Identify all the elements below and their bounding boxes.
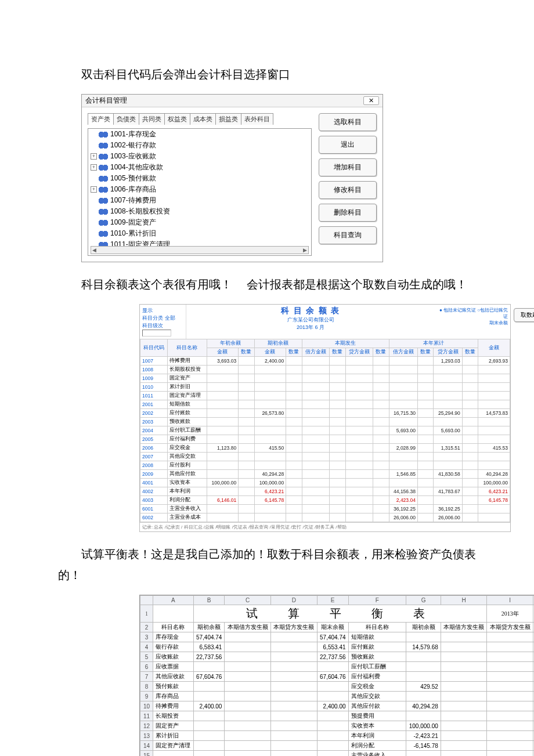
butterfly-icon bbox=[99, 153, 108, 160]
table-row[interactable]: 2009其他应付款40,294.281,546.8541,830.5840,29… bbox=[140, 470, 510, 479]
column-header: 本期贷方发生额 bbox=[487, 623, 533, 632]
table-row[interactable]: 4002本年利润6,423.2144,156.3841,783.676,423.… bbox=[140, 487, 510, 496]
expand-icon[interactable]: + bbox=[91, 153, 97, 160]
table-row[interactable]: 2003预收账款 bbox=[140, 418, 510, 426]
tree-item[interactable]: 1008-长期股权投资 bbox=[88, 206, 311, 217]
table-row[interactable]: 6应收票据应付职工薪酬 bbox=[140, 662, 535, 672]
table-row[interactable]: 2002应付账款26,573.8016,715.3025,294.9014,57… bbox=[140, 409, 510, 418]
tree-item-label: 1007-待摊费用 bbox=[110, 196, 156, 205]
dialog-action-button[interactable]: 修改科目 bbox=[319, 181, 377, 199]
dialog-action-button[interactable]: 退出 bbox=[319, 136, 377, 154]
table-row[interactable]: 1009固定资产 bbox=[140, 374, 510, 383]
col-header[interactable]: C bbox=[225, 596, 271, 605]
account-tree[interactable]: 1001-库存现金1002-银行存款+1003-应收账款+1004-其他应收款1… bbox=[88, 128, 312, 256]
tree-item[interactable]: 1009-固定资产 bbox=[88, 217, 311, 228]
category-tab[interactable]: 表外科目 bbox=[241, 113, 273, 125]
table-row[interactable]: 15主营业务收入 bbox=[140, 751, 535, 757]
dialog-action-button[interactable]: 科目查询 bbox=[319, 226, 377, 244]
tree-item[interactable]: +1003-应收账款 bbox=[88, 151, 311, 162]
butterfly-icon bbox=[99, 175, 108, 182]
table-row[interactable]: 2004应付职工薪酬5,693.005,693.00 bbox=[140, 426, 510, 435]
trial-balance-title: 试 算 平 衡 表 bbox=[193, 605, 487, 623]
dialog-action-button[interactable]: 增加科目 bbox=[319, 158, 377, 176]
table-row[interactable]: 3库存现金57,404.7457,404.74短期借款 bbox=[140, 632, 535, 642]
table-row[interactable]: 1007待摊费用3,693.032,400.001,293.032,693.93 bbox=[140, 357, 510, 366]
tree-item[interactable]: 1001-库存现金 bbox=[88, 129, 311, 140]
balance-title: 科 目 余 额 表 bbox=[186, 306, 435, 316]
table-row[interactable]: 8预付账款应交税金429.52429.52 bbox=[140, 682, 535, 692]
filter-option[interactable]: ● 包括未记账凭证 ○包括已结账凭证 bbox=[437, 307, 508, 320]
col-header[interactable]: H bbox=[441, 596, 487, 605]
table-row[interactable]: 4银行存款6,583.416,553.41应付账款14,579.6814,579… bbox=[140, 642, 535, 652]
year-label: 2013年 bbox=[487, 605, 533, 623]
tree-item-label: 1005-预付账款 bbox=[110, 173, 156, 183]
balance-date: 2013年 6 月 bbox=[186, 324, 435, 331]
table-row[interactable]: 9库存商品其他应交款 bbox=[140, 692, 535, 701]
category-tab[interactable]: 共同类 bbox=[139, 113, 165, 125]
category-tab[interactable]: 负债类 bbox=[113, 113, 139, 125]
tree-item[interactable]: 1007-待摊费用 bbox=[88, 195, 311, 206]
dialog-action-button[interactable]: 删除科目 bbox=[319, 204, 377, 222]
table-row[interactable]: 7其他应收款67,604.7667,604.76应付福利费 bbox=[140, 672, 535, 682]
close-icon[interactable]: ✕ bbox=[363, 96, 379, 105]
table-row[interactable]: 1011固定资产清理 bbox=[140, 392, 510, 400]
tree-item-label: 1010-累计折旧 bbox=[110, 229, 156, 238]
table-row[interactable]: 12固定资产实收资本100,000.00100,000.00 bbox=[140, 721, 535, 731]
tree-item[interactable]: 1005-预付账款 bbox=[88, 173, 311, 184]
butterfly-icon bbox=[99, 142, 108, 149]
category-tab[interactable]: 成本类 bbox=[190, 113, 216, 125]
col-header[interactable]: A bbox=[153, 596, 194, 605]
level-input[interactable] bbox=[142, 330, 171, 337]
col-header[interactable]: E bbox=[317, 596, 348, 605]
col-header[interactable]: B bbox=[193, 596, 225, 605]
balance-table: 科目代码科目名称年初余额期初余额本期发生本年累计金额金额数量金额数量借方金额数量… bbox=[140, 339, 510, 522]
tree-item[interactable]: 1002-银行存款 bbox=[88, 140, 311, 151]
expand-icon[interactable]: + bbox=[91, 164, 97, 171]
tree-item-label: 1002-银行存款 bbox=[110, 140, 156, 150]
col-header[interactable]: I bbox=[487, 596, 533, 605]
trial-balance-table[interactable]: ABCDEFGHIJKL1试 算 平 衡 表2013年6月2科目名称期初余额本期… bbox=[140, 595, 534, 756]
expand-icon[interactable]: + bbox=[91, 186, 97, 193]
column-header: 本期贷方发生额 bbox=[271, 623, 317, 632]
table-row[interactable]: 13累计折旧本年利润-2,423.21-2,423.21 bbox=[140, 731, 535, 741]
butterfly-icon bbox=[99, 131, 108, 138]
table-row[interactable]: 1008长期股权投资 bbox=[140, 366, 510, 374]
paragraph-2: 科目余额表这个表很有用哦！ 会计报表都是根据这个取数自动生成的哦！ bbox=[58, 274, 476, 295]
category-tab[interactable]: 资产类 bbox=[88, 113, 114, 125]
table-row[interactable]: 2007其他应交款 bbox=[140, 453, 510, 461]
tree-item[interactable]: +1004-其他应收款 bbox=[88, 162, 311, 173]
table-row[interactable]: 1010累计折旧 bbox=[140, 383, 510, 392]
col-header[interactable]: G bbox=[406, 596, 441, 605]
table-row[interactable]: 14固定资产清理利润分配-6,145.78-6,145.78 bbox=[140, 741, 535, 751]
table-row[interactable]: 6001主营业务收入36,192.2536,192.25 bbox=[140, 505, 510, 513]
refresh-button[interactable]: 取数刷新 bbox=[514, 308, 534, 322]
table-row[interactable]: 10待摊费用2,400.002,400.00其他应付款40,294.2840,2… bbox=[140, 701, 535, 711]
category-label: 科目分类 bbox=[142, 315, 163, 321]
col-header[interactable]: F bbox=[348, 596, 406, 605]
column-header: 期末余额 bbox=[317, 623, 348, 632]
print-label: 显示 bbox=[142, 308, 153, 313]
column-header: 科目名称 bbox=[153, 623, 194, 632]
table-row[interactable]: 2006应交税金1,123.80415.502,028.991,315.5141… bbox=[140, 444, 510, 453]
table-row[interactable]: 2008应付股利 bbox=[140, 461, 510, 470]
col-header[interactable]: D bbox=[271, 596, 317, 605]
dialog-action-button[interactable]: 选取科目 bbox=[319, 113, 377, 131]
tree-item[interactable]: 1010-累计折旧 bbox=[88, 228, 311, 239]
account-dialog: 会计科目管理 ✕ 资产类负债类共同类权益类成本类损益类表外科目 1001-库存现… bbox=[81, 94, 383, 262]
tree-scrollbar[interactable]: ◀▶ bbox=[91, 246, 309, 254]
category-tab[interactable]: 权益类 bbox=[164, 113, 190, 125]
trial-balance-panel: 57404.74 FALSE61006.34 ABCDEFGHIJKL1试 算 … bbox=[139, 595, 534, 756]
table-row[interactable]: 6002主营业务成本26,006.0026,006.00 bbox=[140, 513, 510, 522]
tree-item-label: 1004-其他应收款 bbox=[110, 162, 163, 172]
category-tab[interactable]: 损益类 bbox=[215, 113, 241, 125]
table-row[interactable]: 2001短期借款 bbox=[140, 400, 510, 409]
ending-balance-label: 期末余额 bbox=[437, 320, 508, 326]
table-row[interactable]: 4003利润分配6,146.016,145.782,423.046,145.78 bbox=[140, 496, 510, 505]
table-row[interactable]: 11长期投资预提费用 bbox=[140, 711, 535, 721]
table-row[interactable]: 5应收账款22,737.5622,737.56预收账款 bbox=[140, 652, 535, 662]
column-header: 本期借方发生额 bbox=[441, 623, 487, 632]
table-row[interactable]: 4001实收资本100,000.00100,000.00100,000.00 bbox=[140, 479, 510, 487]
butterfly-icon bbox=[99, 164, 108, 171]
table-row[interactable]: 2005应付福利费 bbox=[140, 435, 510, 444]
tree-item[interactable]: +1006-库存商品 bbox=[88, 184, 311, 195]
